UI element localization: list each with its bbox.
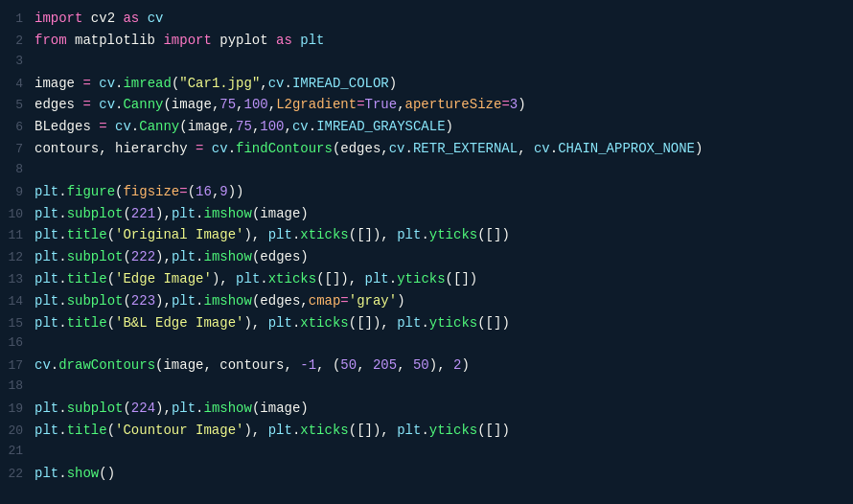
token-module: plt — [35, 227, 58, 242]
token-green: title — [67, 315, 107, 331]
token-white: (edges, — [252, 293, 309, 309]
code-content: plt.subplot(224),plt.imshow(image) — [35, 398, 309, 419]
token-orange: figsize — [123, 184, 179, 199]
token-white: . — [309, 119, 316, 134]
token-module: plt — [35, 206, 58, 221]
code-content: plt.show() — [35, 463, 115, 484]
token-yellow: 'gray' — [349, 293, 397, 309]
token-white: image — [35, 76, 82, 91]
token-green: xticks — [300, 423, 348, 438]
token-white: (image, contours, — [155, 357, 300, 373]
token-white: . — [58, 315, 66, 331]
token-purple: 224 — [131, 401, 155, 416]
code-line: 1import cv2 as cv — [0, 8, 853, 30]
token-purple: -1 — [300, 357, 316, 373]
token-white: . — [58, 184, 66, 199]
token-purple: 50 — [413, 357, 429, 373]
line-number: 22 — [0, 465, 35, 485]
token-white — [203, 141, 211, 156]
token-kw: as — [123, 11, 139, 26]
code-line: 5edges = cv.Canny(image,75,100,L2gradien… — [0, 94, 853, 116]
code-content: BLedges = cv.Canny(image,75,100,cv.IMREA… — [35, 116, 453, 137]
token-white: . — [421, 423, 428, 438]
token-orange: apertureSize — [405, 97, 502, 112]
line-number: 12 — [0, 248, 35, 268]
code-line: 7contours, hierarchy = cv.findContours(e… — [0, 138, 853, 160]
token-cls: IMREAD_GRAYSCALE — [316, 119, 445, 134]
token-white — [91, 76, 99, 91]
token-white: ), — [155, 401, 172, 416]
token-purple: 221 — [131, 206, 155, 221]
line-number: 15 — [0, 314, 35, 334]
token-module: cv — [148, 11, 164, 26]
token-green: imshow — [204, 401, 252, 416]
line-number: 1 — [0, 10, 35, 30]
token-white: edges — [35, 97, 82, 112]
token-op: = — [82, 76, 90, 91]
token-green: Canny — [123, 97, 163, 112]
token-white: ( — [123, 293, 130, 309]
token-purple: 100 — [260, 119, 284, 134]
line-number: 8 — [0, 160, 35, 180]
token-module: plt — [35, 423, 58, 438]
token-white: . — [389, 271, 397, 286]
token-yellow: 'Countour Image' — [115, 423, 243, 438]
token-white: , — [268, 97, 276, 112]
code-line: 14plt.subplot(223),plt.imshow(edges,cmap… — [0, 290, 853, 312]
token-white: . — [421, 315, 428, 331]
token-module: plt — [268, 227, 292, 242]
line-number: 21 — [0, 442, 35, 462]
token-yellow: 'Original Image' — [115, 227, 243, 242]
code-content: from matplotlib import pyplot as plt — [35, 30, 325, 51]
token-module: cv — [292, 119, 309, 134]
token-green: Canny — [139, 119, 179, 134]
code-line: 6BLedges = cv.Canny(image,75,100,cv.IMRE… — [0, 116, 853, 138]
token-white: , — [397, 357, 413, 373]
code-line: 11plt.title('Original Image'), plt.xtick… — [0, 224, 853, 246]
token-white: . — [58, 466, 66, 481]
token-white — [139, 11, 147, 26]
token-white: ( — [107, 227, 115, 242]
token-module: cv — [534, 141, 550, 156]
token-white: ([]), — [349, 423, 397, 438]
token-green: subplot — [67, 206, 124, 221]
line-number: 3 — [0, 52, 35, 72]
token-white: . — [196, 249, 203, 264]
token-module: cv — [35, 357, 51, 373]
code-line: 2from matplotlib import pyplot as plt — [0, 30, 853, 52]
line-number: 5 — [0, 96, 35, 116]
token-white: ([]) — [477, 227, 510, 242]
token-white: . — [58, 401, 66, 416]
token-module: plt — [35, 271, 58, 286]
token-green: title — [67, 227, 107, 242]
token-white: ( — [107, 315, 115, 331]
token-op: = — [179, 184, 187, 199]
code-content: import cv2 as cv — [35, 8, 163, 29]
token-green: xticks — [300, 227, 348, 242]
token-white: ) — [518, 97, 525, 112]
token-green: xticks — [300, 315, 348, 331]
token-white: ( — [123, 249, 130, 264]
token-purple: 16 — [196, 184, 212, 199]
token-purple: 75 — [219, 97, 236, 112]
token-white: . — [228, 141, 236, 156]
token-green: findContours — [236, 141, 333, 156]
line-number: 17 — [0, 356, 35, 377]
code-line: 4image = cv.imread("Car1.jpg",cv.IMREAD_… — [0, 73, 853, 95]
token-module: plt — [268, 423, 292, 438]
token-white: , — [357, 357, 373, 373]
token-green: imshow — [204, 293, 252, 309]
code-content: edges = cv.Canny(image,75,100,L2gradient… — [35, 94, 526, 115]
token-green: figure — [67, 184, 115, 199]
token-op: = — [82, 97, 90, 112]
token-white: , — [236, 97, 243, 112]
token-green: yticks — [397, 271, 445, 286]
token-white: . — [196, 206, 203, 221]
token-white: ([]), — [349, 227, 397, 242]
token-white — [107, 119, 115, 134]
token-white — [91, 97, 99, 112]
token-purple: 50 — [340, 357, 357, 373]
line-number: 2 — [0, 32, 35, 52]
token-module: cv — [99, 97, 115, 112]
token-op: = — [340, 293, 348, 309]
